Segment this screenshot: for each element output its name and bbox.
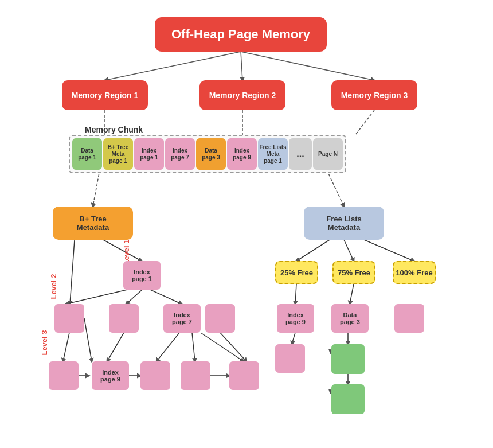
pink-sq-7 (229, 361, 259, 390)
region-node-3: Memory Region 3 (331, 80, 417, 110)
svg-line-7 (327, 170, 344, 207)
region-node-1: Memory Region 1 (62, 80, 148, 110)
svg-line-0 (105, 52, 241, 80)
svg-line-12 (150, 290, 182, 304)
svg-line-19 (220, 333, 246, 361)
pink-sq-6 (181, 361, 210, 390)
index-page-9-right-box: Indexpage 9 (277, 304, 314, 333)
chunk-cell-index1: Indexpage 1 (134, 138, 164, 170)
btree-metadata-box: B+ TreeMetadata (53, 207, 133, 240)
chunk-cell-pagen: Page N (313, 138, 343, 170)
chunk-cell-index9: Indexpage 9 (227, 138, 257, 170)
svg-line-25 (364, 240, 414, 261)
svg-line-15 (107, 333, 124, 361)
svg-line-28 (350, 284, 354, 304)
chunk-container: Datapage 1 B+ TreeMetapage 1 Indexpage 1… (69, 135, 346, 173)
pink-sq-3 (205, 304, 235, 333)
svg-line-16 (156, 333, 179, 361)
green-sq-3 (331, 384, 365, 414)
chunk-cell-btree-meta: B+ TreeMetapage 1 (103, 138, 133, 170)
chunk-cell-freelists-meta: Free ListsMetapage 1 (258, 138, 288, 170)
free-100-box: 100% Free (393, 261, 436, 284)
pink-sq-2 (109, 304, 139, 333)
chunk-cell-data1: Datapage 1 (72, 138, 102, 170)
index-page-9-btree-box: Indexpage 9 (92, 361, 129, 390)
svg-line-11 (126, 290, 142, 304)
pink-sq-4 (49, 361, 79, 390)
chunk-cell-dots: ... (289, 138, 312, 170)
green-sq-2 (331, 344, 365, 374)
chunk-cell-data3: Datapage 3 (196, 138, 226, 170)
freelists-metadata-box: Free ListsMetadata (304, 207, 384, 240)
free-75-box: 75% Free (332, 261, 375, 284)
svg-line-17 (192, 333, 195, 361)
index-page-7-box: Indexpage 7 (163, 304, 201, 333)
svg-line-26 (295, 284, 296, 304)
svg-line-2 (241, 52, 374, 80)
svg-line-13 (63, 333, 69, 361)
level2-label: Level 2 (49, 274, 58, 299)
chunk-label: Memory Chunk (85, 125, 143, 134)
data-page-3-box: Datapage 3 (331, 304, 369, 333)
chunk-cell-index7: Indexpage 7 (165, 138, 195, 170)
svg-line-1 (241, 52, 242, 80)
svg-line-24 (344, 240, 354, 261)
region-node-2: Memory Region 2 (199, 80, 285, 110)
level3-label: Level 3 (40, 330, 49, 355)
svg-line-10 (66, 290, 127, 304)
svg-line-14 (84, 318, 92, 361)
svg-line-6 (93, 170, 100, 207)
index-page-1-box: Indexpage 1 (123, 261, 161, 290)
pink-sq-5 (140, 361, 170, 390)
pink-sq-1 (54, 304, 84, 333)
diagram: Off-Heap Page Memory Memory Region 1 Mem… (0, 0, 493, 448)
top-node: Off-Heap Page Memory (155, 17, 327, 52)
svg-line-18 (201, 333, 244, 361)
svg-line-8 (70, 240, 75, 304)
svg-line-23 (296, 240, 330, 261)
svg-line-5 (355, 110, 374, 135)
pink-sub-25-box (275, 344, 305, 373)
pink-100-box (394, 304, 424, 333)
svg-line-27 (292, 333, 295, 344)
free-25-box: 25% Free (275, 261, 318, 284)
